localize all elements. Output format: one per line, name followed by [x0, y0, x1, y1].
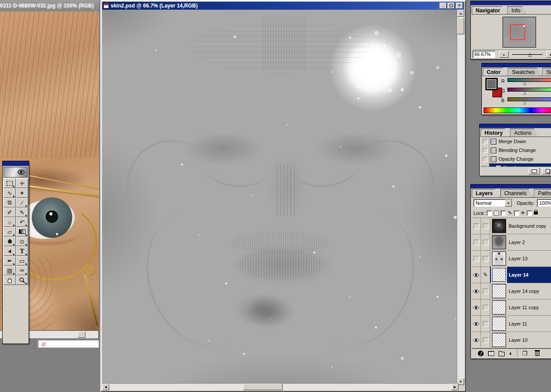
zoom-tool-button[interactable]	[16, 275, 28, 285]
layer-row[interactable]: Layer 14 copy	[472, 283, 551, 300]
layer-link-well[interactable]: ✎	[481, 267, 490, 283]
hscroll-right-button[interactable]: ▶	[451, 384, 459, 390]
tab-color[interactable]: Color	[483, 68, 507, 76]
navigator-titlebar[interactable]	[471, 1, 551, 5]
new-layer-set-button[interactable]	[499, 352, 505, 356]
history-titlebar[interactable]	[480, 124, 551, 128]
green-channel-slider[interactable]	[507, 88, 551, 92]
move-tool-button[interactable]: ✛	[16, 178, 28, 188]
main-hscrollbar[interactable]: ◀ ▶	[102, 383, 459, 390]
layer-thumbnail[interactable]	[492, 317, 506, 331]
document-canvas[interactable]	[102, 10, 459, 385]
layer-link-well[interactable]	[481, 251, 490, 266]
adjustment-layer-button[interactable]: ◐	[509, 350, 513, 356]
rectangular-marquee-tool-button[interactable]	[4, 178, 16, 188]
color-spectrum-ramp[interactable]	[484, 107, 551, 113]
magic-wand-tool-button[interactable]: ✶	[16, 188, 28, 198]
new-layer-button[interactable]: ❐	[522, 350, 527, 357]
layer-thumbnail[interactable]	[492, 284, 506, 298]
layer-row[interactable]: Layer 2	[472, 234, 551, 251]
crop-tool-button[interactable]: ⧉	[4, 198, 16, 207]
hscroll-thumb[interactable]	[243, 384, 283, 390]
hand-tool-button[interactable]	[4, 275, 16, 285]
opacity-field[interactable]: 100%	[537, 199, 551, 207]
history-source-well[interactable]	[481, 146, 489, 155]
layer-thumbnail[interactable]	[492, 235, 506, 249]
history-item[interactable]: Opacity Change	[481, 155, 551, 163]
layer-row[interactable]: Layer 13	[472, 251, 551, 267]
layer-visibility-well[interactable]	[472, 332, 481, 348]
layer-link-well[interactable]	[481, 332, 490, 348]
eye-icon[interactable]	[473, 338, 480, 343]
history-brush-tool-button[interactable]: ↶	[16, 217, 28, 227]
vscroll-thumb[interactable]	[457, 18, 464, 34]
history-item[interactable]: Merge Down	[481, 137, 551, 146]
layer-row[interactable]: Layer 10	[472, 332, 551, 348]
layer-thumbnail[interactable]	[492, 251, 506, 266]
new-snapshot-button[interactable]	[542, 168, 551, 174]
layer-row-selected[interactable]: ✎ Layer 14	[472, 267, 551, 283]
type-tool-button[interactable]: T	[16, 246, 28, 256]
layer-thumbnail[interactable]	[492, 219, 506, 233]
tab-history[interactable]: History	[481, 129, 509, 137]
tab-paths[interactable]: Paths	[534, 189, 551, 197]
eyedropper-tool-button[interactable]: ✑	[16, 266, 28, 275]
tab-actions[interactable]: Actions	[510, 129, 538, 137]
pen-tool-button[interactable]: ✒	[4, 256, 16, 266]
layers-titlebar[interactable]	[471, 185, 551, 189]
eye-icon[interactable]	[473, 273, 480, 277]
main-vscrollbar[interactable]: ▲ ▼	[457, 10, 464, 385]
navigator-view-box[interactable]	[510, 24, 525, 40]
paintbrush-tool-button[interactable]: ✎	[16, 207, 28, 217]
layer-visibility-well[interactable]	[472, 316, 481, 332]
navigator-slider-thumb[interactable]: △	[528, 52, 532, 57]
hscroll-left-button[interactable]: ◀	[102, 384, 109, 390]
tab-layers[interactable]: Layers	[472, 189, 499, 197]
layer-visibility-well[interactable]	[472, 283, 481, 299]
color-titlebar[interactable]	[482, 63, 551, 67]
layer-visibility-well[interactable]	[472, 267, 481, 283]
layer-visibility-well[interactable]	[472, 300, 481, 315]
left-window-titlebar[interactable]: 0311-D-9880W-032.jpg @ 100% (RGB)	[0, 0, 99, 11]
navigator-thumbnail[interactable]	[503, 17, 536, 48]
layer-row[interactable]: Layer 11 copy	[472, 300, 551, 316]
rectangle-shape-tool-button[interactable]: ▭	[16, 256, 28, 266]
new-document-from-state-button[interactable]	[529, 168, 540, 174]
photoshop-logo[interactable]	[4, 167, 28, 178]
tab-swatches[interactable]: Swatches	[508, 68, 541, 76]
minimize-button[interactable]: _	[440, 3, 447, 9]
navigator-zoom-out-button[interactable]: ▴	[499, 51, 509, 58]
layer-link-well[interactable]	[481, 300, 490, 315]
tool-palette-titlebar[interactable]	[3, 161, 29, 166]
blue-channel-slider[interactable]	[507, 97, 551, 101]
gradient-tool-button[interactable]	[16, 227, 28, 237]
delete-layer-button[interactable]	[535, 351, 540, 356]
layer-link-well[interactable]	[481, 234, 490, 250]
layer-row[interactable]: Background copy	[472, 218, 551, 234]
clone-stamp-tool-button[interactable]: ⌂	[4, 217, 16, 227]
layer-row[interactable]: Layer 11	[472, 316, 551, 332]
navigator-zoom-in-button[interactable]: ▲	[546, 51, 551, 58]
blue-slider-thumb[interactable]: △	[523, 101, 526, 105]
layer-style-button[interactable]: ƒ	[478, 351, 484, 356]
maximize-button[interactable]: ▢	[447, 3, 455, 9]
tab-navigator[interactable]: Navigator	[472, 6, 507, 15]
lock-position-checkbox[interactable]	[514, 211, 519, 216]
green-slider-thumb[interactable]: △	[523, 91, 526, 95]
dodge-tool-button[interactable]: ⊙	[16, 237, 28, 246]
layer-visibility-well[interactable]	[472, 234, 481, 250]
layer-thumbnail[interactable]	[492, 300, 506, 314]
layer-visibility-well[interactable]	[472, 218, 481, 234]
lock-all-checkbox[interactable]	[527, 211, 532, 216]
layer-visibility-well[interactable]	[472, 251, 481, 266]
navigator-slider-track[interactable]	[512, 54, 543, 55]
layer-thumbnail[interactable]	[492, 268, 506, 282]
add-layer-mask-button[interactable]	[488, 351, 494, 356]
tab-styles[interactable]: Styles	[542, 68, 551, 76]
eye-icon[interactable]	[473, 322, 480, 326]
blend-mode-select[interactable]: Normal ▼	[473, 199, 512, 207]
lock-image-checkbox[interactable]	[501, 211, 506, 216]
lock-transparency-checkbox[interactable]	[487, 211, 492, 216]
path-select-tool-button[interactable]: ➤	[4, 246, 16, 256]
layer-thumbnail[interactable]	[492, 333, 506, 347]
